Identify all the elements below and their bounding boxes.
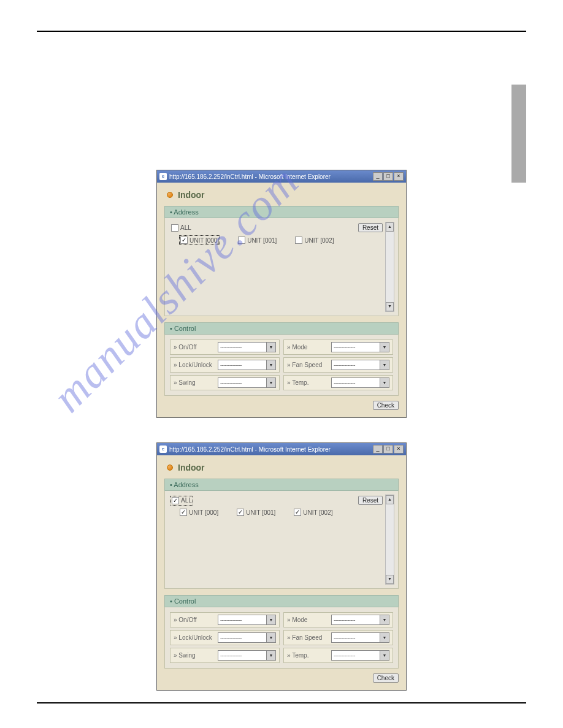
check-button[interactable]: Check xyxy=(373,673,399,683)
close-button[interactable]: × xyxy=(394,445,404,453)
unit-000-group[interactable]: UNIT [000] xyxy=(180,509,218,516)
maximize-button[interactable]: □ xyxy=(383,445,393,453)
unit-000-label: UNIT [000] xyxy=(189,509,218,516)
unit-001-label: UNIT [001] xyxy=(246,509,275,516)
lock-dropdown[interactable]: --------------▼ xyxy=(218,360,276,370)
fanspeed-dropdown[interactable]: --------------▼ xyxy=(331,360,389,370)
temp-row: Temp. --------------▼ xyxy=(283,648,393,663)
titlebar-text: http://165.186.2.252/inCtrl.html - Micro… xyxy=(169,173,331,180)
temp-dropdown[interactable]: --------------▼ xyxy=(331,650,389,661)
chevron-down-icon[interactable]: ▼ xyxy=(380,633,389,642)
address-scrollbar[interactable]: ▲ ▼ xyxy=(385,495,394,585)
unit-000-checkbox[interactable] xyxy=(180,509,187,516)
bullet-icon xyxy=(167,192,173,198)
side-tab xyxy=(511,85,526,183)
unit-002-checkbox[interactable] xyxy=(295,237,302,244)
temp-label: Temp. xyxy=(287,652,331,659)
minimize-button[interactable]: _ xyxy=(373,172,383,181)
fanspeed-row: Fan Speed --------------▼ xyxy=(283,357,393,373)
unit-002-group[interactable]: UNIT [002] xyxy=(295,236,334,245)
temp-value: -------------- xyxy=(332,653,380,659)
onoff-value: -------------- xyxy=(218,344,266,351)
close-button[interactable]: × xyxy=(394,172,404,181)
address-panel: ALL Reset UNIT [000] UNIT [001] xyxy=(164,218,399,316)
maximize-button[interactable]: □ xyxy=(383,172,393,181)
check-button[interactable]: Check xyxy=(373,401,399,410)
address-header: Address xyxy=(164,479,399,491)
mode-dropdown[interactable]: --------------▼ xyxy=(331,342,389,352)
address-scrollbar[interactable]: ▲ ▼ xyxy=(385,222,394,312)
mode-label: Mode xyxy=(287,616,331,623)
unit-001-group[interactable]: UNIT [001] xyxy=(238,236,277,245)
unit-001-checkbox[interactable] xyxy=(238,237,245,244)
fanspeed-dropdown[interactable]: --------------▼ xyxy=(331,632,389,643)
scroll-down-button[interactable]: ▼ xyxy=(386,302,394,311)
chevron-down-icon[interactable]: ▼ xyxy=(380,360,389,370)
fanspeed-label: Fan Speed xyxy=(287,634,331,641)
mode-value: -------------- xyxy=(332,344,380,351)
window-indoor-1: e http://165.186.2.252/inCtrl.html - Mic… xyxy=(156,170,407,418)
swing-label: Swing xyxy=(174,652,218,659)
titlebar-text: http://165.186.2.252/inCtrl.html - Micro… xyxy=(169,446,331,453)
unit-002-checkbox[interactable] xyxy=(294,509,301,516)
control-panel: On/Off --------------▼ Lock/Unlock -----… xyxy=(164,607,399,669)
swing-dropdown[interactable]: --------------▼ xyxy=(218,650,276,661)
mode-row: Mode --------------▼ xyxy=(283,339,393,355)
chevron-down-icon[interactable]: ▼ xyxy=(266,343,275,352)
unit-002-label: UNIT [002] xyxy=(304,237,334,244)
unit-000-label: UNIT [000] xyxy=(190,237,219,244)
unit-000-group[interactable]: UNIT [000] xyxy=(180,236,220,245)
scroll-down-button[interactable]: ▼ xyxy=(386,575,394,584)
unit-002-group[interactable]: UNIT [002] xyxy=(294,509,332,516)
onoff-dropdown[interactable]: --------------▼ xyxy=(218,615,276,625)
reset-button[interactable]: Reset xyxy=(358,223,383,232)
bullet-icon xyxy=(167,464,173,471)
window-indoor-2: e http://165.186.2.252/inCtrl.html - Mic… xyxy=(156,442,407,691)
onoff-value: -------------- xyxy=(218,617,266,623)
onoff-dropdown[interactable]: --------------▼ xyxy=(218,342,276,352)
chevron-down-icon[interactable]: ▼ xyxy=(380,651,389,660)
chevron-down-icon[interactable]: ▼ xyxy=(266,633,275,642)
control-header: Control xyxy=(164,322,399,335)
temp-value: -------------- xyxy=(332,380,380,386)
fanspeed-label: Fan Speed xyxy=(287,362,331,368)
chevron-down-icon[interactable]: ▼ xyxy=(266,651,275,660)
chevron-down-icon[interactable]: ▼ xyxy=(266,360,275,370)
swing-dropdown[interactable]: --------------▼ xyxy=(218,377,276,388)
all-checkbox[interactable] xyxy=(171,224,178,232)
lock-value: -------------- xyxy=(218,362,266,368)
mode-row: Mode --------------▼ xyxy=(283,612,393,628)
temp-dropdown[interactable]: --------------▼ xyxy=(331,377,389,388)
unit-001-group[interactable]: UNIT [001] xyxy=(237,509,275,516)
chevron-down-icon[interactable]: ▼ xyxy=(380,378,389,387)
page-title: Indoor xyxy=(178,190,205,200)
unit-001-label: UNIT [001] xyxy=(247,237,277,244)
lock-dropdown[interactable]: --------------▼ xyxy=(218,632,276,643)
address-header: Address xyxy=(164,206,399,218)
swing-row: Swing --------------▼ xyxy=(170,648,280,663)
unit-002-label: UNIT [002] xyxy=(303,509,332,516)
all-checkbox-group[interactable]: ALL xyxy=(171,496,193,505)
scroll-track[interactable] xyxy=(386,232,394,302)
reset-button[interactable]: Reset xyxy=(358,496,383,505)
all-checkbox[interactable] xyxy=(172,497,179,504)
scroll-track[interactable] xyxy=(386,504,394,575)
mode-dropdown[interactable]: --------------▼ xyxy=(331,615,389,625)
chevron-down-icon[interactable]: ▼ xyxy=(266,615,275,624)
temp-label: Temp. xyxy=(287,379,331,386)
lock-label: Lock/Unlock xyxy=(174,362,218,368)
unit-000-checkbox[interactable] xyxy=(180,237,188,244)
unit-001-checkbox[interactable] xyxy=(237,509,244,516)
chevron-down-icon[interactable]: ▼ xyxy=(380,615,389,624)
scroll-up-button[interactable]: ▲ xyxy=(386,495,394,504)
lock-row: Lock/Unlock --------------▼ xyxy=(170,630,280,645)
all-checkbox-group[interactable]: ALL xyxy=(171,224,191,232)
onoff-label: On/Off xyxy=(174,616,218,623)
temp-row: Temp. --------------▼ xyxy=(283,375,393,390)
minimize-button[interactable]: _ xyxy=(373,445,383,453)
chevron-down-icon[interactable]: ▼ xyxy=(380,343,389,352)
lock-value: -------------- xyxy=(218,635,266,641)
scroll-up-button[interactable]: ▲ xyxy=(386,222,394,232)
chevron-down-icon[interactable]: ▼ xyxy=(266,378,275,387)
all-label: ALL xyxy=(180,224,191,231)
